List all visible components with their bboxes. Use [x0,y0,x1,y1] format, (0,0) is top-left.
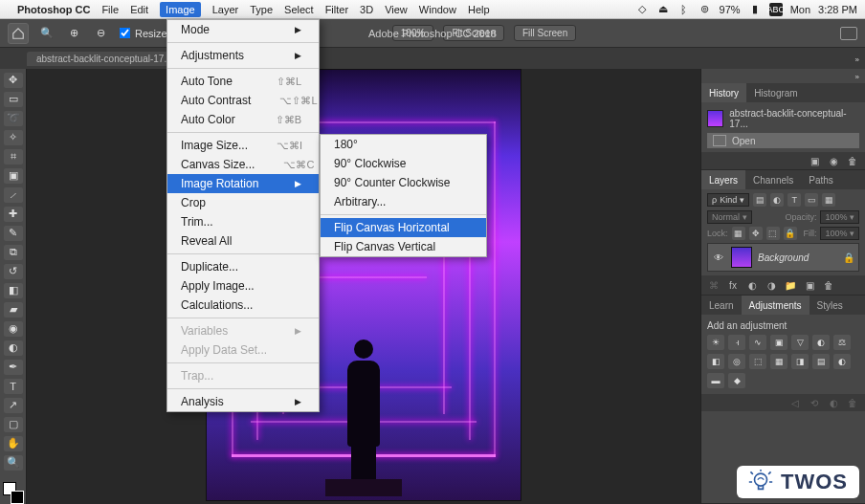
selective-color-icon[interactable]: ◆ [728,373,745,388]
menu-select[interactable]: Select [284,4,314,15]
mi-mode[interactable]: Mode▶ [167,20,319,39]
tab-learn[interactable]: Learn [701,296,742,315]
brightness-icon[interactable]: ☀ [707,335,724,350]
dropbox-icon[interactable]: ◇ [635,3,649,16]
history-state-open[interactable]: Open [707,133,859,148]
new-snapshot-icon[interactable]: ▣ [808,155,821,166]
fx-icon[interactable]: fx [726,278,740,292]
mi-crop[interactable]: Crop [167,193,319,212]
lock-all-icon[interactable]: 🔒 [784,227,797,240]
filter-type-icon[interactable]: T [787,193,801,207]
menu-view[interactable]: View [385,4,408,15]
mi-flip-vertical[interactable]: Flip Canvas Vertical [321,237,486,256]
layer-thumbnail[interactable] [731,247,752,268]
brush-tool-icon[interactable]: ✎ [4,226,23,241]
mi-adjustments[interactable]: Adjustments▶ [167,46,319,65]
mi-reveal-all[interactable]: Reveal All [167,231,319,251]
tab-paths[interactable]: Paths [801,170,841,189]
fill-screen-button[interactable]: Fill Screen [514,25,576,41]
bluetooth-icon[interactable]: ᛒ [677,3,691,16]
color-balance-icon[interactable]: ⚖ [833,335,851,350]
menu-filter[interactable]: Filter [325,4,348,15]
mi-image-rotation[interactable]: Image Rotation▶ [167,174,319,193]
frame-tool-icon[interactable]: ▣ [4,168,23,184]
menu-file[interactable]: File [101,4,119,15]
vibrance-icon[interactable]: ▽ [791,335,809,350]
mi-duplicate[interactable]: Duplicate... [167,257,319,276]
posterize-icon[interactable]: ▤ [812,354,830,369]
fill-value[interactable]: 100% ▾ [820,227,859,240]
history-snapshot-row[interactable]: abstract-backlit-conceptual-17... [707,106,859,131]
mi-auto-contrast[interactable]: Auto Contrast⌥⇧⌘L [167,91,319,110]
mi-image-size[interactable]: Image Size...⌥⌘I [167,136,319,155]
shape-tool-icon[interactable]: ▢ [4,417,23,432]
mi-180[interactable]: 180° [321,135,486,154]
tab-channels[interactable]: Channels [745,170,801,189]
layer-name-label[interactable]: Background [758,252,809,263]
menu-type[interactable]: Type [250,4,273,15]
eyedropper-tool-icon[interactable]: ⟋ [4,187,23,203]
lock-artboard-icon[interactable]: ⬚ [766,227,780,240]
filter-shape-icon[interactable]: ▭ [805,193,818,207]
healing-tool-icon[interactable]: ✚ [4,207,23,222]
new-layer-icon[interactable]: ▣ [803,278,816,292]
mi-90ccw[interactable]: 90° Counter Clockwise [321,173,486,192]
curves-icon[interactable]: ∿ [749,335,766,350]
blend-mode-select[interactable]: Normal ▾ [707,210,752,224]
dodge-tool-icon[interactable]: ◐ [4,340,23,356]
path-tool-icon[interactable]: ↗ [4,398,23,413]
type-tool-icon[interactable]: T [4,379,23,394]
levels-icon[interactable]: ⫞ [728,335,745,350]
menu-edit[interactable]: Edit [130,4,148,15]
mi-trim[interactable]: Trim... [167,212,319,231]
bw-icon[interactable]: ◧ [707,354,724,369]
menu-help[interactable]: Help [468,4,490,15]
tab-layers[interactable]: Layers [701,170,745,189]
photo-filter-icon[interactable]: ◎ [728,354,745,369]
threshold-icon[interactable]: ◐ [833,354,851,369]
mi-analysis[interactable]: Analysis▶ [167,392,319,411]
group-icon[interactable]: 📁 [784,278,797,292]
gradient-tool-icon[interactable]: ▰ [4,302,23,318]
mi-90cw[interactable]: 90° Clockwise [321,154,486,173]
move-tool-icon[interactable]: ✥ [4,73,23,88]
hand-tool-icon[interactable]: ✋ [4,436,23,451]
lasso-tool-icon[interactable]: ➰ [4,111,23,126]
blur-tool-icon[interactable]: ◉ [4,321,23,337]
trash-icon[interactable]: 🗑 [846,155,859,166]
tab-histogram[interactable]: Histogram [746,83,806,102]
mi-flip-horizontal[interactable]: Flip Canvas Horizontal [321,218,486,237]
layer-background[interactable]: 👁 Background 🔒 [707,243,859,272]
panel-collapse-icon[interactable] [855,71,859,81]
background-color-swatch[interactable] [11,491,24,504]
adjustment-layer-icon[interactable]: ◑ [765,278,778,292]
mi-apply-image[interactable]: Apply Image... [167,276,319,296]
marquee-tool-icon[interactable]: ▭ [4,92,23,107]
mask-icon[interactable]: ◐ [745,278,759,292]
input-source-icon[interactable]: ABC [769,3,783,16]
delete-layer-icon[interactable]: 🗑 [822,278,835,292]
filter-adjust-icon[interactable]: ◐ [770,193,784,207]
quick-select-tool-icon[interactable]: ✧ [4,130,23,145]
layer-lock-icon[interactable]: 🔒 [843,252,854,263]
home-button[interactable] [8,23,29,44]
share-button[interactable] [840,27,857,40]
menu-window[interactable]: Window [419,4,456,15]
channel-mixer-icon[interactable]: ⬚ [749,354,766,369]
menu-layer[interactable]: Layer [212,4,239,15]
gradient-map-icon[interactable]: ▬ [707,373,724,388]
eraser-tool-icon[interactable]: ◧ [4,283,23,298]
visibility-icon[interactable]: 👁 [712,251,725,264]
wifi-icon[interactable]: ⊚ [699,3,712,16]
mi-auto-tone[interactable]: Auto Tone⇧⌘L [167,72,319,91]
menu-3d[interactable]: 3D [360,4,373,15]
mi-auto-color[interactable]: Auto Color⇧⌘B [167,110,319,129]
stamp-tool-icon[interactable]: ⧉ [4,245,23,260]
filter-smart-icon[interactable]: ▦ [822,193,835,207]
crop-tool-icon[interactable]: ⌗ [4,149,23,164]
color-lookup-icon[interactable]: ▦ [770,354,787,369]
lock-position-icon[interactable]: ✥ [749,227,763,240]
zoom-in-icon[interactable]: ⊕ [65,25,82,42]
zoom-tool[interactable]: 🔍 [4,455,23,471]
mi-canvas-size[interactable]: Canvas Size...⌥⌘C [167,155,319,174]
